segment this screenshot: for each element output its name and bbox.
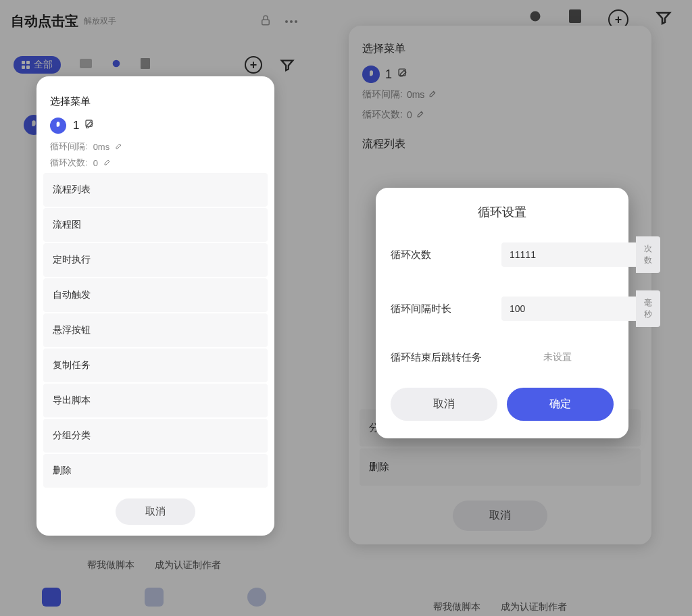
menu-item-export-script[interactable]: 导出脚本 bbox=[43, 384, 268, 417]
loop-count-input[interactable] bbox=[501, 242, 636, 267]
edit-count-icon[interactable] bbox=[103, 158, 112, 168]
loop-interval-unit: 毫秒 bbox=[636, 290, 660, 327]
menu-modal: 选择菜单 1 循环间隔: 0ms 循环次数: 0 流程列表 流程图 定时执行 自… bbox=[36, 76, 274, 536]
modal-info: 1 循环间隔: 0ms 循环次数: 0 bbox=[43, 118, 268, 173]
menu-item-flow-chart[interactable]: 流程图 bbox=[43, 208, 268, 242]
loop-settings-modal: 循环设置 循环次数 次数 循环间隔时长 毫秒 循环结束后跳转任务 未设置 取消 … bbox=[376, 188, 628, 438]
menu-item-copy-task[interactable]: 复制任务 bbox=[43, 349, 268, 382]
menu-item-auto-trigger[interactable]: 自动触发 bbox=[43, 278, 268, 312]
interval-label: 循环间隔: bbox=[50, 140, 88, 153]
panel-right: + 选择菜单 1 循环间隔: 0ms 循环次数: 0 流程列表 bbox=[308, 0, 692, 616]
loop-count-label: 循环次数 bbox=[391, 249, 431, 261]
menu-item-scheduled[interactable]: 定时执行 bbox=[43, 243, 268, 277]
loop-confirm-button[interactable]: 确定 bbox=[507, 388, 614, 421]
loop-jump-select[interactable]: 未设置 bbox=[501, 344, 614, 370]
count-value: 0 bbox=[93, 158, 98, 168]
menu-item-float-button[interactable]: 悬浮按钮 bbox=[43, 313, 268, 347]
loop-title: 循环设置 bbox=[391, 204, 614, 220]
panel-left: 自动点击宝 解放双手 全部 + 帮我做脚本 bbox=[0, 0, 308, 616]
loop-interval-input[interactable] bbox=[501, 297, 636, 321]
menu-item-group[interactable]: 分组分类 bbox=[43, 419, 268, 453]
loop-row-jump: 循环结束后跳转任务 未设置 bbox=[391, 344, 614, 370]
interval-value: 0ms bbox=[93, 142, 110, 152]
loop-count-unit: 次数 bbox=[636, 236, 660, 273]
menu-list: 流程列表 流程图 定时执行 自动触发 悬浮按钮 复制任务 导出脚本 分组分类 删… bbox=[43, 173, 268, 488]
loop-cancel-button[interactable]: 取消 bbox=[391, 388, 497, 421]
task-number: 1 bbox=[73, 119, 79, 132]
loop-row-count: 循环次数 次数 bbox=[391, 236, 614, 273]
menu-item-flow-list[interactable]: 流程列表 bbox=[43, 173, 268, 207]
loop-row-interval: 循环间隔时长 毫秒 bbox=[391, 290, 614, 327]
loop-interval-label: 循环间隔时长 bbox=[391, 303, 451, 315]
count-label: 循环次数: bbox=[50, 157, 88, 169]
cancel-button[interactable]: 取消 bbox=[116, 498, 195, 525]
task-icon bbox=[50, 118, 66, 134]
edit-interval-icon[interactable] bbox=[115, 142, 123, 152]
loop-jump-label: 循环结束后跳转任务 bbox=[391, 351, 482, 364]
menu-item-delete[interactable]: 删除 bbox=[43, 454, 268, 488]
edit-name-icon[interactable] bbox=[84, 119, 95, 132]
modal-title: 选择菜单 bbox=[43, 88, 268, 118]
